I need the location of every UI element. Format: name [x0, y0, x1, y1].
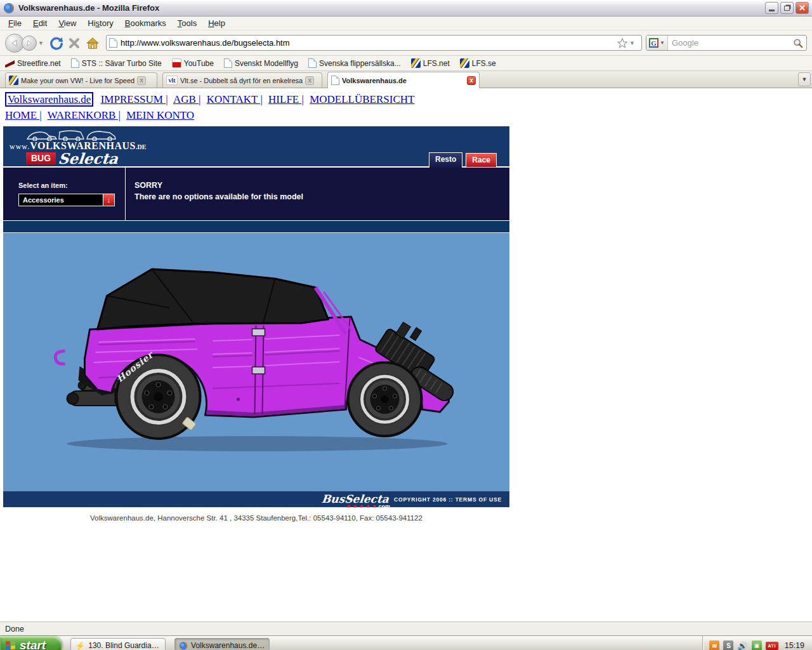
car-roof	[98, 269, 329, 329]
tab-close-icon[interactable]: x	[137, 76, 146, 85]
bookmark-lfs-net[interactable]: LFS.net	[411, 58, 450, 68]
search-box[interactable]: G ▼	[646, 35, 807, 51]
app-footer: BusSelecta ■ ■ ■ ■ ■ .com COPYRIGHT 2006…	[3, 491, 509, 507]
tray-orange-app-icon[interactable]: ≋	[709, 640, 719, 650]
taskbar-button-winamp[interactable]: ⚡ 130. Blind Guardian - ...	[70, 638, 166, 650]
search-engine-button[interactable]: G ▼	[646, 36, 668, 50]
sorry-title: SORRY	[134, 181, 509, 190]
link-hilfe[interactable]: HILFE |	[268, 93, 304, 105]
minimize-icon	[769, 10, 775, 11]
tab-race[interactable]: Race	[466, 153, 497, 168]
search-magnifier-icon[interactable]	[793, 38, 803, 48]
tab-close-icon[interactable]: x	[467, 76, 476, 85]
status-bar: Done	[0, 621, 812, 635]
link-mein-konto[interactable]: MEIN KONTO	[126, 109, 194, 121]
link-warenkorb[interactable]: WARENKORB |	[48, 109, 121, 121]
back-arrow-icon	[10, 39, 19, 48]
dropdown-arrow-icon[interactable]: ↓	[103, 194, 114, 206]
tab-resto[interactable]: Resto	[429, 152, 462, 168]
page-content: Volkswarenhaus.de IMPRESSUM | AGB | KONT…	[0, 93, 812, 621]
forward-button[interactable]	[22, 36, 37, 51]
urlbar-dropdown-icon[interactable]: ▼	[629, 40, 635, 46]
link-impressum[interactable]: IMPRESSUM |	[101, 93, 168, 105]
firefox-icon	[179, 641, 188, 650]
stop-button[interactable]	[65, 34, 83, 52]
page-icon	[224, 58, 232, 68]
front-wheel	[348, 362, 422, 436]
link-agb[interactable]: AGB |	[173, 93, 201, 105]
busselecta-logo[interactable]: BusSelecta ■ ■ ■ ■ ■ .com	[322, 494, 389, 505]
close-icon: ✕	[799, 3, 806, 13]
google-icon: G	[649, 38, 658, 48]
app-header: www.VOLKSWARENHAUS.DE BUG Selecta Resto …	[3, 126, 509, 168]
engine-dropdown-icon[interactable]: ▼	[660, 40, 665, 46]
restore-button[interactable]	[780, 2, 794, 14]
dropdown-value: Accessories	[19, 194, 103, 206]
selecta-script: Selecta	[58, 151, 119, 166]
menu-edit[interactable]: Edit	[27, 17, 53, 29]
menu-bar: File Edit View History Bookmarks Tools H…	[0, 17, 812, 30]
tab-vlt[interactable]: vlt Vlt.se - Dubbelt så dyrt för en enke…	[162, 72, 322, 88]
search-input[interactable]	[668, 38, 793, 48]
copyright-terms-link[interactable]: COPYRIGHT 2006 :: TERMS OF USE	[394, 496, 502, 503]
tray-s-app-icon[interactable]: S	[723, 640, 733, 650]
tab-volkswarenhaus[interactable]: Volkswarenhaus.de x	[327, 72, 480, 88]
menu-help[interactable]: Help	[202, 17, 231, 29]
busselecta-dotcom: ■ ■ ■ ■ ■ .com	[347, 503, 390, 510]
bookmark-lfs-se[interactable]: LFS.se	[460, 58, 496, 68]
bookmark-streetfire[interactable]: Streetfire.net	[5, 58, 61, 68]
menu-tools[interactable]: Tools	[172, 17, 202, 29]
menu-history[interactable]: History	[82, 17, 119, 29]
location-bar[interactable]: ▼	[106, 35, 642, 51]
streetfire-icon	[5, 58, 15, 68]
car-shadow	[67, 436, 448, 451]
url-input[interactable]	[121, 38, 617, 48]
tab-lfs[interactable]: Make your own VW! - Live for Speed x	[5, 72, 157, 88]
message-area: SORRY There are no options available for…	[126, 168, 509, 220]
home-button[interactable]	[83, 34, 102, 52]
close-button[interactable]: ✕	[796, 2, 809, 14]
bookmark-flipper[interactable]: Svenska flippersällska...	[308, 58, 401, 68]
volkswarenhaus-logo: www.VOLKSWARENHAUS.DE BUG Selecta	[10, 127, 146, 166]
link-home[interactable]: HOME |	[5, 109, 42, 121]
title-bar[interactable]: Volkswarenhaus.de - Mozilla Firefox ✕	[0, 0, 812, 17]
top-nav-links: Volkswarenhaus.de IMPRESSUM | AGB | KONT…	[5, 93, 812, 106]
bookmark-star-icon[interactable]	[617, 37, 628, 49]
minimize-button[interactable]	[765, 2, 778, 14]
divider-strip	[3, 220, 509, 233]
link-kontakt[interactable]: KONTAKT |	[207, 93, 263, 105]
windows-flag-icon	[6, 640, 16, 650]
menu-bookmarks[interactable]: Bookmarks	[119, 17, 172, 29]
menu-file[interactable]: File	[3, 17, 27, 29]
tab-list-dropdown[interactable]: ▼	[798, 72, 811, 86]
restore-icon	[784, 6, 790, 11]
rear-tow-hook	[55, 351, 65, 364]
lfs-icon	[460, 58, 469, 68]
ati-icon[interactable]: ATI	[766, 642, 778, 650]
bookmark-youtube[interactable]: YouTube	[172, 58, 214, 68]
reload-button[interactable]	[48, 34, 65, 52]
window-title: Volkswarenhaus.de - Mozilla Firefox	[18, 3, 763, 13]
vlt-icon: vlt	[166, 76, 178, 85]
forward-arrow-icon	[25, 39, 33, 47]
system-tray: ≋ S 🔊 ▣ ATI 15:19	[702, 636, 812, 650]
history-dropdown-icon[interactable]: ▼	[38, 40, 44, 46]
start-button[interactable]: start	[0, 636, 62, 650]
volume-icon[interactable]: 🔊	[737, 641, 747, 650]
status-text: Done	[5, 625, 24, 633]
navigation-toolbar: ▼ ▼ G ▼	[0, 30, 812, 56]
tab-close-icon[interactable]: x	[305, 76, 314, 85]
lfs-icon	[9, 76, 18, 85]
link-modelluebersicht[interactable]: MODELLÜBERSICHT	[310, 93, 414, 105]
bookmark-sts[interactable]: STS :: Sävar Turbo Site	[71, 58, 162, 68]
bookmark-modellflyg[interactable]: Svenskt Modellflyg	[224, 58, 298, 68]
taskbar-button-firefox[interactable]: Volkswarenhaus.de - ...	[174, 638, 270, 650]
tab-bar: Make your own VW! - Live for Speed x vlt…	[0, 71, 812, 88]
page-icon	[331, 76, 339, 85]
car-illustration: Hoosier	[3, 233, 509, 491]
accessories-dropdown[interactable]: Accessories ↓	[18, 194, 115, 206]
link-volkswarenhaus[interactable]: Volkswarenhaus.de	[5, 92, 93, 107]
firefox-icon	[3, 3, 15, 14]
menu-view[interactable]: View	[53, 17, 82, 29]
tray-green-app-icon[interactable]: ▣	[752, 640, 762, 650]
